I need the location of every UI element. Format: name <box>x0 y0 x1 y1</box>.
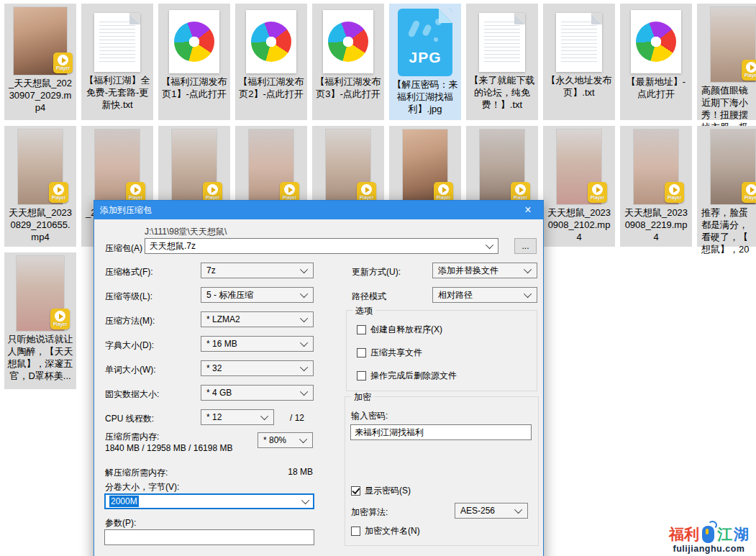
play-icon <box>515 184 526 195</box>
play-icon <box>130 184 141 195</box>
checkbox-icon <box>351 527 360 536</box>
path-mode-label: 路径模式 <box>352 291 386 303</box>
add-to-archive-dialog: 添加到压缩包 × 压缩包(A) J:\111\98堂\天天想鼠\ 天天想鼠.7z… <box>94 200 544 556</box>
decompress-memory-value: 18 MB <box>267 467 313 477</box>
checkbox-icon <box>357 325 366 334</box>
file-tile[interactable]: Player 高颜值眼镜 近期下海小 秀！扭腰摆 掉衣服，极 <box>697 4 756 120</box>
archive-name-combobox[interactable]: 天天想鼠.7z <box>145 238 498 254</box>
video-thumbnail: Player <box>249 129 293 204</box>
algorithm-label: 加密算法: <box>351 506 388 519</box>
watermark-domain: fulijianghu.com <box>669 544 749 554</box>
desktop-file-grid-screen: Player _天天想鼠_20230907_2029.mp4 【福利江湖】全免费… <box>0 0 756 556</box>
chevron-down-icon <box>300 388 308 396</box>
checkbox-compress-shared[interactable]: 压缩共享文件 <box>357 347 422 359</box>
file-tile[interactable]: Player 天天想鼠_20230908_2102.mp4 <box>543 126 615 247</box>
checkbox-show-password[interactable]: 显示密码(S) <box>351 485 411 497</box>
file-tile-selected[interactable]: JPG 【解压密码：来福利江湖找福利】.jpg <box>389 4 461 120</box>
file-name: 天天想鼠_20230908_2219.mp4 <box>621 204 691 243</box>
method-label: 压缩方法(M): <box>105 315 155 327</box>
method-dropdown[interactable]: * LZMA2 <box>201 311 314 327</box>
update-mode-label: 更新方式(U): <box>352 266 401 278</box>
dialog-title-bar[interactable]: 添加到压缩包 × <box>94 201 543 219</box>
player-badge-icon: Player <box>742 182 756 203</box>
solid-block-dropdown[interactable]: * 4 GB <box>201 385 314 401</box>
play-icon <box>669 184 680 195</box>
jpg-file-icon: JPG <box>398 9 452 76</box>
video-thumbnail: Player <box>711 7 755 82</box>
level-dropdown[interactable]: 5 - 标准压缩 <box>201 287 314 303</box>
file-name: 推荐，脸蛋 都是满分， 看硬了，【 想鼠】，20 <box>698 204 756 255</box>
browser-shortcut-icon <box>323 10 373 73</box>
checkbox-create-sfx[interactable]: 创建自释放程序(X) <box>357 324 442 336</box>
file-tile[interactable]: 【福利江湖】全免费-无套路-更新快.txt <box>81 4 153 120</box>
dialog-title: 添加到压缩包 <box>94 204 513 217</box>
file-tile[interactable]: Player 只听她说话就让人陶醉，【天天想鼠】，深邃五官，D罩杯美... <box>4 252 76 389</box>
file-tile[interactable]: 【最新地址】-点此打开 <box>620 4 692 120</box>
play-icon <box>284 184 295 195</box>
parameters-label: 参数(P): <box>105 517 136 529</box>
watermark-cn-text: 湖 <box>734 526 749 543</box>
file-tile[interactable]: 【福利江湖发布页3】-点此打开 <box>312 4 384 120</box>
volume-size-selected-text: 2000M <box>109 496 139 507</box>
parameters-input[interactable] <box>104 529 314 545</box>
chevron-down-icon <box>260 412 268 420</box>
player-badge-icon: Player <box>49 182 68 203</box>
options-group-title: 选项 <box>352 305 375 317</box>
file-name: 【福利江湖发布页2】-点此打开 <box>237 73 306 100</box>
video-thumbnail: Player <box>557 129 601 204</box>
checkbox-checked-icon <box>351 486 360 496</box>
password-input[interactable] <box>350 424 532 440</box>
play-icon <box>207 184 218 195</box>
archive-path: J:\111\98堂\天天想鼠\ <box>145 226 227 238</box>
encryption-group: 加密 输入密码: 显示密码(S) 加密算法: AES-256 加密文件名(N) <box>345 396 539 546</box>
word-size-label: 单词大小(W): <box>105 364 156 376</box>
dictionary-dropdown[interactable]: * 16 MB <box>201 336 314 352</box>
play-icon <box>55 311 65 322</box>
file-name: 【最新地址】-点此打开 <box>621 73 691 100</box>
file-tile[interactable]: 【福利江湖发布页1】-点此打开 <box>158 4 230 120</box>
pinwheel-icon <box>251 22 291 62</box>
update-mode-dropdown[interactable]: 添加并替换文件 <box>432 263 537 278</box>
algorithm-dropdown[interactable]: AES-256 <box>455 503 528 519</box>
player-badge-icon: Player <box>53 53 73 73</box>
cpu-threads-max: / 12 <box>290 413 304 423</box>
file-tile[interactable]: 【永久地址发布页】.txt <box>543 4 615 120</box>
file-name: 天天想鼠_20230908_2102.mp4 <box>545 204 614 243</box>
play-icon <box>746 62 756 73</box>
chevron-down-icon <box>299 435 307 443</box>
play-icon <box>53 184 64 195</box>
browser-shortcut-icon <box>169 10 219 73</box>
file-tile[interactable]: 【来了就能下载的论坛，纯免费！】.txt <box>466 4 538 120</box>
file-tile[interactable]: 【福利江湖发布页2】-点此打开 <box>235 4 307 120</box>
format-dropdown[interactable]: 7z <box>201 263 314 278</box>
player-badge-icon: Player <box>50 309 70 329</box>
video-thumbnail: Player <box>403 129 447 204</box>
checkbox-encrypt-filenames[interactable]: 加密文件名(N) <box>351 525 420 537</box>
memory-percent-dropdown[interactable]: * 80% <box>258 432 313 448</box>
encryption-group-title: 加密 <box>351 391 374 404</box>
video-thumbnail: Player <box>711 129 755 204</box>
chevron-down-icon <box>300 290 308 298</box>
video-thumbnail: Player <box>17 256 64 331</box>
file-tile[interactable]: Player 推荐，脸蛋 都是满分， 看硬了，【 想鼠】，20 <box>697 126 756 247</box>
checkbox-delete-after[interactable]: 操作完成后删除源文件 <box>357 370 457 382</box>
cpu-threads-label: CPU 线程数: <box>105 413 154 425</box>
file-tile[interactable]: Player _天天想鼠_20230907_2029.mp4 <box>4 4 76 120</box>
close-icon[interactable]: × <box>513 204 543 217</box>
volume-size-combobox[interactable]: 2000M <box>104 493 314 509</box>
watermark-cn-text: 福利 <box>669 526 699 543</box>
video-thumbnail: Player <box>480 129 524 204</box>
video-thumbnail: Player <box>95 129 140 204</box>
player-badge-icon: Player <box>588 182 607 203</box>
file-tile[interactable]: Player 天天想鼠_20230908_2219.mp4 <box>620 126 692 247</box>
path-mode-dropdown[interactable]: 相对路径 <box>432 287 537 303</box>
browse-button[interactable]: ... <box>514 238 537 254</box>
options-group: 选项 创建自释放程序(X) 压缩共享文件 操作完成后删除源文件 <box>346 310 537 391</box>
password-label: 输入密码: <box>351 410 388 422</box>
volume-size-label: 分卷大小，字节(V): <box>105 481 179 493</box>
word-size-dropdown[interactable]: * 32 <box>201 360 314 376</box>
file-tile[interactable]: Player 天天想鼠_20230829_210655.mp4 <box>4 126 76 247</box>
cpu-threads-dropdown[interactable]: * 12 <box>201 409 274 425</box>
mouse-icon <box>702 526 714 543</box>
level-label: 压缩等级(L): <box>105 291 152 303</box>
